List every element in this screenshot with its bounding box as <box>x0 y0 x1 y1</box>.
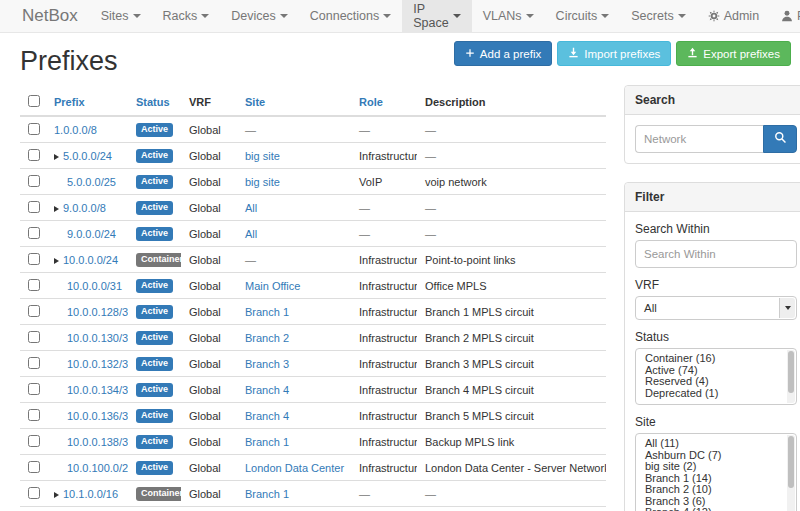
listbox-option[interactable]: All (11) <box>643 438 782 450</box>
row-checkbox[interactable] <box>28 123 40 135</box>
listbox-option[interactable]: Branch 2 (10) <box>643 484 782 496</box>
indent-spacer <box>54 185 67 186</box>
select-all-checkbox[interactable] <box>28 95 40 107</box>
prefix-cell: 10.0.0.0/24 <box>46 247 128 273</box>
site-link[interactable]: Main Office <box>245 280 300 292</box>
site-link[interactable]: Branch 1 <box>245 306 289 318</box>
site-cell: — <box>237 247 351 273</box>
nav-item-secrets[interactable]: Secrets <box>620 0 696 32</box>
prefix-cell: 10.0.0.134/31 <box>46 377 128 403</box>
site-link[interactable]: Branch 1 <box>245 488 289 500</box>
site-link[interactable]: London Data Center <box>245 462 344 474</box>
site-link[interactable]: All <box>245 202 257 214</box>
row-checkbox[interactable] <box>28 409 40 421</box>
import-prefixes-button[interactable]: Import prefixes <box>557 41 671 66</box>
prefix-cell: 10.0.100.0/24 <box>46 455 128 481</box>
row-checkbox[interactable] <box>28 487 40 499</box>
scrollbar-track[interactable] <box>787 350 795 403</box>
row-checkbox[interactable] <box>28 227 40 239</box>
sort-link-prefix[interactable]: Prefix <box>54 96 85 108</box>
site-link[interactable]: Branch 4 <box>245 384 289 396</box>
site-link[interactable]: Branch 3 <box>245 358 289 370</box>
export-prefixes-button[interactable]: Export prefixes <box>676 41 791 66</box>
scrollbar-thumb[interactable] <box>788 436 794 488</box>
prefix-link[interactable]: 10.0.0.128/31 <box>67 306 128 318</box>
empty-value: — <box>425 228 436 240</box>
listbox-option[interactable]: Branch 4 (12) <box>643 507 782 511</box>
nav-item-circuits[interactable]: Circuits <box>545 0 621 32</box>
listbox-option[interactable]: Branch 1 (14) <box>643 473 782 485</box>
nav-item-sites[interactable]: Sites <box>90 0 152 32</box>
row-checkbox[interactable] <box>28 253 40 265</box>
listbox-option[interactable]: Reserved (4) <box>643 376 782 388</box>
row-checkbox[interactable] <box>28 461 40 473</box>
nav-item-profile[interactable]: Profile <box>770 0 800 32</box>
prefix-link[interactable]: 5.0.0.0/24 <box>63 150 112 162</box>
prefix-link[interactable]: 10.0.0.136/31 <box>67 410 128 422</box>
listbox-option[interactable]: Branch 3 (6) <box>643 496 782 508</box>
sort-link-site[interactable]: Site <box>245 96 265 108</box>
prefix-link[interactable]: 10.0.0.0/31 <box>67 280 122 292</box>
row-checkbox[interactable] <box>28 435 40 447</box>
status-cell: Active <box>128 377 181 403</box>
nav-item-connections[interactable]: Connections <box>299 0 403 32</box>
site-link[interactable]: big site <box>245 176 280 188</box>
vrf-select[interactable]: All <box>635 296 797 320</box>
prefix-link[interactable]: 10.0.100.0/24 <box>67 462 128 474</box>
site-link[interactable]: Branch 2 <box>245 332 289 344</box>
prefixes-table: Prefix Status VRF Site Role Description … <box>20 89 606 511</box>
row-checkbox[interactable] <box>28 331 40 343</box>
nav-item-devices[interactable]: Devices <box>220 0 298 32</box>
row-select-cell <box>20 247 46 273</box>
prefix-link[interactable]: 10.1.0.0/16 <box>63 488 118 500</box>
site-link[interactable]: Branch 1 <box>245 436 289 448</box>
prefix-cell: 5.0.0.0/25 <box>46 169 128 195</box>
status-listbox[interactable]: Container (16)Active (74)Reserved (4)Dep… <box>635 348 797 405</box>
prefix-link[interactable]: 5.0.0.0/25 <box>67 176 116 188</box>
row-checkbox[interactable] <box>28 201 40 213</box>
sort-link-role[interactable]: Role <box>359 96 383 108</box>
nav-item-admin[interactable]: Admin <box>697 0 770 32</box>
prefix-link[interactable]: 10.0.0.132/31 <box>67 358 128 370</box>
search-input[interactable] <box>635 125 763 153</box>
nav-item-vlans[interactable]: VLANs <box>472 0 545 32</box>
search-button[interactable] <box>763 125 797 153</box>
select-all-header <box>20 89 46 116</box>
prefix-link[interactable]: 9.0.0.0/24 <box>67 228 116 240</box>
nav-item-racks[interactable]: Racks <box>152 0 221 32</box>
scrollbar-track[interactable] <box>787 435 795 511</box>
row-checkbox[interactable] <box>28 357 40 369</box>
row-checkbox[interactable] <box>28 149 40 161</box>
search-within-input[interactable] <box>635 240 797 268</box>
prefix-link[interactable]: 10.0.0.138/31 <box>67 436 128 448</box>
prefix-link[interactable]: 10.0.0.0/24 <box>63 254 118 266</box>
prefix-link[interactable]: 10.0.0.134/31 <box>67 384 128 396</box>
listbox-option[interactable]: Ashburn DC (7) <box>643 450 782 462</box>
site-link[interactable]: big site <box>245 150 280 162</box>
listbox-option[interactable]: Active (74) <box>643 365 782 377</box>
prefix-link[interactable]: 9.0.0.0/8 <box>63 202 106 214</box>
listbox-option[interactable]: big site (2) <box>643 461 782 473</box>
row-checkbox[interactable] <box>28 383 40 395</box>
brand-logo[interactable]: NetBox <box>10 0 90 32</box>
add-prefix-button[interactable]: Add a prefix <box>454 41 552 66</box>
column-header-site: Site <box>237 89 351 116</box>
role-cell: Infrastructure <box>351 429 417 455</box>
site-cell: Main Office <box>237 273 351 299</box>
site-listbox[interactable]: All (11)Ashburn DC (7)big site (2)Branch… <box>635 433 797 511</box>
listbox-option[interactable]: Container (16) <box>643 353 782 365</box>
row-checkbox[interactable] <box>28 305 40 317</box>
row-checkbox[interactable] <box>28 175 40 187</box>
listbox-option[interactable]: Deprecated (1) <box>643 388 782 400</box>
row-checkbox[interactable] <box>28 279 40 291</box>
site-link[interactable]: All <box>245 228 257 240</box>
site-label: Site <box>635 415 797 429</box>
sort-link-status[interactable]: Status <box>136 96 170 108</box>
site-link[interactable]: Branch 4 <box>245 410 289 422</box>
prefix-link[interactable]: 1.0.0.0/8 <box>54 124 97 136</box>
status-cell: Active <box>128 325 181 351</box>
nav-item-ip-space[interactable]: IP Space <box>402 0 471 32</box>
prefix-link[interactable]: 10.0.0.130/31 <box>67 332 128 344</box>
vrf-cell: Global <box>181 351 237 377</box>
scrollbar-thumb[interactable] <box>788 351 794 393</box>
